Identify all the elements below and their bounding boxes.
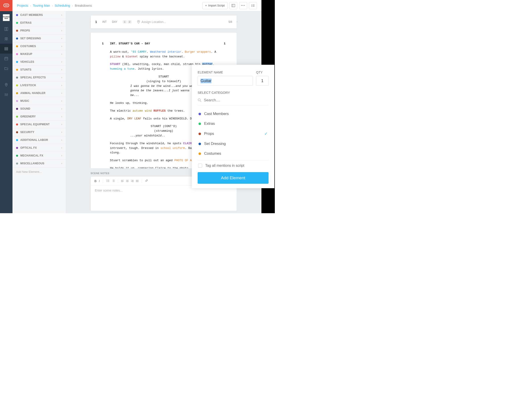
- category-option[interactable]: Costumes: [198, 149, 269, 158]
- category-search-input[interactable]: [204, 98, 269, 102]
- category-label: MECHANICAL FX: [20, 154, 43, 157]
- nav-people[interactable]: [0, 34, 12, 44]
- category-option-label: Props: [204, 131, 214, 136]
- category-label: MAKEUP: [20, 52, 32, 56]
- sidebar-category-item[interactable]: ANIMAL HANDLER›: [12, 89, 66, 97]
- category-search[interactable]: [198, 97, 269, 105]
- sidebar-category-item[interactable]: SET DRESSING›: [12, 35, 66, 42]
- sidebar-category-item[interactable]: SPECIAL EFFECTS›: [12, 74, 66, 81]
- scene-int-ext: INT: [102, 20, 107, 23]
- element-name-input[interactable]: Guitar: [198, 76, 253, 86]
- sidebar-category-item[interactable]: MECHANICAL FX›: [12, 152, 66, 160]
- italic-button[interactable]: I: [99, 179, 100, 183]
- bullet-list-button[interactable]: [106, 179, 109, 183]
- category-label: OPTICAL FX: [20, 146, 37, 149]
- svg-point-29: [138, 21, 139, 22]
- category-dot-icon: [16, 116, 18, 118]
- numbered-list-button[interactable]: [112, 179, 115, 183]
- sidebar-category-item[interactable]: COSTUMES›: [12, 42, 66, 50]
- list-view-button[interactable]: [249, 2, 257, 9]
- svg-point-30: [106, 180, 107, 180]
- sidebar-category-item[interactable]: MISCELLANEOUS›: [12, 160, 66, 167]
- scene-number: 1: [95, 20, 97, 24]
- category-dot-icon: [16, 131, 18, 133]
- category-dot-icon: [199, 143, 201, 145]
- add-new-element-input[interactable]: Add New Element...: [12, 167, 66, 176]
- sidebar-category-item[interactable]: PROPS›: [12, 27, 66, 35]
- scene-number-left: 1: [102, 41, 110, 46]
- svg-point-55: [198, 99, 200, 101]
- nav-breakdowns[interactable]: [0, 44, 12, 54]
- project-thumbnail[interactable]: TOURING MAN: [3, 14, 10, 21]
- category-label: EXTRAS: [20, 21, 31, 24]
- add-element-button[interactable]: Add Element: [198, 172, 269, 184]
- sidebar-category-item[interactable]: ADDITIONAL LABOR›: [12, 136, 66, 144]
- chevron-right-icon: ›: [61, 115, 62, 118]
- svg-point-19: [6, 95, 7, 96]
- svg-rect-9: [5, 49, 8, 50]
- list-icon: [251, 4, 255, 7]
- sidebar-category-item[interactable]: SOUND›: [12, 105, 66, 113]
- sidebar-category-item[interactable]: EXTRAS›: [12, 19, 66, 27]
- svg-point-18: [5, 94, 6, 94]
- category-label: SET DRESSING: [20, 37, 41, 40]
- sidebar-category-item[interactable]: STUNTS›: [12, 66, 66, 74]
- sidebar-category-item[interactable]: SECURITY›: [12, 128, 66, 136]
- assign-location-input[interactable]: Assign Location...: [137, 20, 223, 24]
- svg-point-6: [6, 38, 8, 39]
- nav-files[interactable]: [0, 63, 12, 73]
- nav-calendar[interactable]: [0, 54, 12, 63]
- align-right-button[interactable]: [131, 179, 134, 183]
- category-option[interactable]: Props✓: [198, 128, 269, 139]
- panel-icon: [232, 4, 235, 7]
- nav-settings[interactable]: [0, 90, 12, 99]
- bold-button[interactable]: B: [94, 179, 97, 183]
- import-script-button[interactable]: + Import Script: [202, 2, 228, 9]
- category-dot-icon: [16, 147, 18, 149]
- dialogue: ...your windshield..: [130, 134, 197, 138]
- breadcrumb-projects[interactable]: Projects: [17, 4, 28, 7]
- svg-rect-4: [7, 28, 8, 30]
- chevron-right-icon: ›: [61, 68, 62, 71]
- breadcrumb-section[interactable]: Scheduling: [55, 4, 70, 7]
- sidebar-category-item[interactable]: GREENERY›: [12, 113, 66, 120]
- align-left-button[interactable]: [121, 179, 124, 183]
- scene-number-right: 1: [224, 41, 226, 46]
- scene-chip[interactable]: 2: [128, 20, 132, 23]
- category-label: MISCELLANEOUS: [20, 162, 44, 165]
- svg-point-32: [106, 181, 107, 181]
- align-justify-button[interactable]: [136, 179, 139, 183]
- nav-documents[interactable]: [0, 24, 12, 34]
- sidebar-category-item[interactable]: MUSIC›: [12, 97, 66, 105]
- category-dot-icon: [16, 92, 18, 94]
- category-option[interactable]: Cast Members: [198, 109, 269, 119]
- sidebar-category-item[interactable]: CAST MEMBERS›: [12, 11, 66, 19]
- category-dot-icon: [199, 133, 201, 135]
- nav-locations[interactable]: [0, 80, 12, 90]
- sidebar-category-item[interactable]: LIVESTOCK›: [12, 81, 66, 89]
- tag-all-checkbox[interactable]: [198, 164, 202, 168]
- category-option-label: Extras: [204, 121, 215, 126]
- breadcrumb-project[interactable]: Touring Man: [33, 4, 50, 7]
- category-dot-icon: [16, 69, 18, 71]
- sidebar-category-item[interactable]: MAKEUP›: [12, 50, 66, 58]
- sidebar-category-item[interactable]: OPTICAL FX›: [12, 144, 66, 152]
- svg-line-56: [200, 101, 201, 102]
- category-option[interactable]: Extras: [198, 119, 269, 128]
- dialogue: I was gonna be the wind...and you were g…: [130, 84, 197, 98]
- category-dot-icon: [16, 30, 18, 32]
- category-option[interactable]: Set Dressing: [198, 139, 269, 149]
- category-dot-icon: [16, 123, 18, 126]
- align-center-button[interactable]: [126, 179, 129, 183]
- more-button[interactable]: •••: [239, 2, 247, 9]
- sidebar-category-item[interactable]: SPECIAL EQUIPMENT›: [12, 120, 66, 128]
- sidebar-toggle-button[interactable]: [229, 2, 237, 9]
- app-logo[interactable]: [0, 0, 12, 11]
- category-label: SECURITY: [20, 131, 34, 134]
- link-button[interactable]: [145, 179, 148, 183]
- qty-input[interactable]: [256, 76, 269, 86]
- scene-chip[interactable]: 1: [123, 20, 127, 23]
- category-sidebar: CAST MEMBERS›EXTRAS›PROPS›SET DRESSING›C…: [12, 11, 66, 213]
- sidebar-category-item[interactable]: VEHICLES›: [12, 58, 66, 66]
- svg-rect-0: [4, 4, 9, 7]
